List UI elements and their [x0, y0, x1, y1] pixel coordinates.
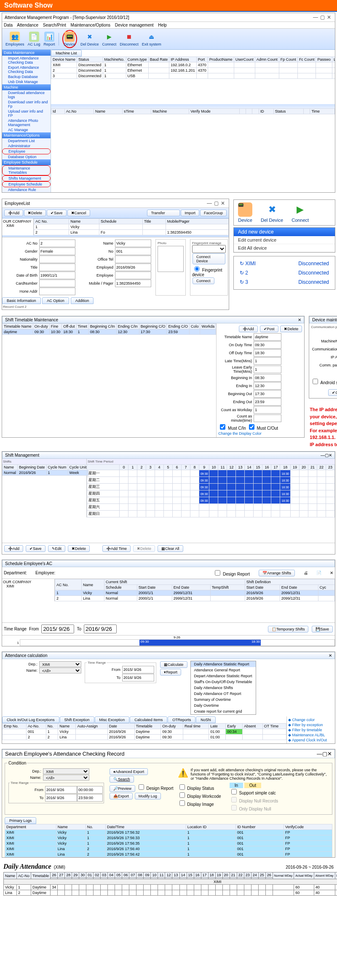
sm-del[interactable]: ✖ Delete — [68, 545, 90, 552]
s-from-t[interactable] — [77, 786, 103, 794]
s-ssc[interactable]: Support simple calc — [230, 791, 276, 795]
calc-name[interactable]: <All> — [39, 668, 81, 673]
sm-edit[interactable]: ✎ Edit — [48, 545, 66, 552]
max-icon[interactable]: ▢ — [322, 751, 327, 757]
s-export[interactable]: 📤 Export — [110, 793, 133, 800]
side-timetable[interactable]: Maintenance Timetables — [2, 165, 51, 175]
side-dboption[interactable]: Database Option — [2, 154, 51, 159]
emp-tree[interactable]: OUR COMPANY XIMI — [2, 218, 34, 235]
side-empsched[interactable]: Employee Schedule — [2, 181, 51, 187]
tt-del[interactable]: ✖ Delete — [280, 326, 302, 332]
sm-clearall[interactable]: ▦ Clear All — [158, 545, 183, 552]
calc-side[interactable]: ◆ Change color◆ Filter by exception◆ Fil… — [286, 716, 335, 743]
s-grid[interactable]: DepartmentNameNo.Date/TimeLocation IDID … — [5, 824, 332, 857]
side-employee[interactable]: Employee — [2, 148, 51, 154]
dm-ok[interactable]: ✔ OK — [328, 389, 337, 396]
conn-device-btn[interactable]: Connect Device — [193, 253, 225, 264]
max-icon[interactable]: ▢ — [213, 200, 219, 206]
emp-transfer[interactable]: Transfer — [147, 210, 180, 216]
android-chk[interactable]: Android system — [311, 380, 337, 385]
max-icon[interactable]: ▢ — [319, 14, 326, 20]
side-machine-hdr[interactable]: Machine — [2, 84, 51, 90]
min-icon[interactable]: — — [317, 751, 322, 757]
menu-attendance[interactable]: Attendance — [17, 23, 38, 27]
tab-basic[interactable]: Basic Information — [2, 297, 41, 304]
calc-grid[interactable]: Emp No.Ac-No.No.NameAuto-AssignDateTimet… — [2, 723, 286, 740]
photo-box[interactable] — [158, 246, 184, 272]
sm-addtime[interactable]: ➕ Add Time — [102, 545, 131, 552]
side-acmanage[interactable]: AC Manage — [2, 127, 51, 132]
close-icon[interactable]: ✕ — [330, 571, 333, 575]
side-usb[interactable]: Usb Disk Manage — [2, 79, 51, 84]
s-ds[interactable]: Display Status — [178, 786, 214, 791]
calc-to[interactable] — [122, 674, 154, 681]
sm-add[interactable]: ➕ Add — [4, 545, 23, 552]
calc-btn[interactable]: ▦ Calculate — [160, 661, 187, 668]
tb-exit[interactable]: ⏏Exit system — [142, 32, 161, 46]
menu-maint[interactable]: Maintenance/Options — [71, 23, 111, 27]
menu-edit-all[interactable]: Edit All device — [234, 244, 335, 252]
side-sched-hdr[interactable]: Employee Schedule — [2, 159, 51, 165]
side-admin[interactable]: Administrator — [2, 143, 51, 148]
side-ul-user[interactable]: Upload user info and FP — [2, 109, 51, 118]
tb-deldevice[interactable]: ✖Del Device — [80, 32, 99, 46]
emp-facegroup[interactable]: FaceGroup — [200, 210, 227, 216]
menu-help[interactable]: Help — [158, 23, 167, 27]
sm-gantt[interactable]: 01234567891011121314151617181920212223星期… — [87, 464, 335, 517]
menu-edit-current[interactable]: Edit current device — [234, 236, 335, 244]
timetable-grid[interactable]: Timetable NameOn-dutyFineOff-dutTimetBeg… — [2, 323, 216, 335]
tb-report[interactable]: 📊Report — [44, 32, 55, 46]
side-attrule[interactable]: Attendance Rule — [2, 187, 51, 192]
export-icon[interactable]: 📄 — [316, 571, 321, 575]
tb-disconnect[interactable]: ⏹Disconnect — [120, 32, 139, 46]
s-modlog[interactable]: Modify Log — [135, 793, 161, 800]
emp-add[interactable]: ➕ Add — [4, 210, 23, 216]
s-to-t[interactable] — [77, 794, 103, 802]
s-name[interactable]: <All> — [43, 775, 89, 781]
ez-device[interactable]: 📟Device — [234, 200, 257, 225]
max-icon[interactable]: ▢ — [325, 453, 329, 458]
s-preview[interactable]: 🔎 Preview — [110, 785, 135, 792]
mustcout-chk[interactable]: Must C/Out — [247, 426, 278, 431]
tab-add[interactable]: Addition — [71, 297, 94, 304]
side-photo[interactable]: Attendance Photo Management — [2, 118, 51, 127]
side-deptlist[interactable]: Department List — [2, 138, 51, 143]
tb-device[interactable]: 📟Device — [62, 30, 78, 48]
s-to-d[interactable] — [45, 794, 77, 802]
sm-save[interactable]: ✔ Save — [26, 545, 45, 552]
sa-to[interactable] — [84, 625, 117, 633]
mustcin-chk[interactable]: Must C/In — [218, 426, 246, 431]
emp-save[interactable]: ✔ Save — [47, 210, 67, 216]
menu-search[interactable]: Search/Print — [43, 23, 66, 27]
calc-tabs[interactable]: Clock In/Out Log ExceptionsShift Excepti… — [2, 716, 286, 723]
side-datamaint-hdr[interactable]: Data Maintenance — [2, 50, 51, 56]
fp-select[interactable] — [192, 245, 226, 253]
connect-btn[interactable]: Connect — [193, 277, 214, 284]
tab-machinelist[interactable]: Machine List — [51, 50, 82, 57]
min-icon[interactable]: — — [206, 200, 213, 206]
emp-cancel[interactable]: ✖ Cancel — [67, 210, 90, 216]
sa-tree[interactable]: OUR COMPANYXIMI — [2, 579, 55, 601]
tb-employees[interactable]: 👥Employees — [5, 32, 24, 46]
close-icon[interactable]: ✕ — [329, 653, 332, 658]
change-color-link[interactable]: Change the Display Color — [218, 431, 262, 436]
side-backup[interactable]: Backup Database — [2, 74, 51, 79]
ez-deldevice[interactable]: ✖Del Device — [257, 200, 287, 225]
side-dl-user[interactable]: Download user info and Fp — [2, 100, 51, 109]
s-dep[interactable]: XIMI — [43, 768, 89, 774]
s-dr[interactable]: Design Report — [137, 786, 174, 791]
ez-connect[interactable]: ▶Connect — [287, 200, 313, 225]
calc-from[interactable] — [122, 666, 154, 673]
s-di[interactable]: Display Image — [178, 802, 214, 807]
side-maint-hdr[interactable]: Maintenance/Options — [2, 132, 51, 138]
tb-aclog[interactable]: 📄AC Log — [28, 32, 40, 46]
close-icon[interactable]: ✕ — [298, 318, 301, 322]
calc-report[interactable]: ▾ Report — [160, 669, 181, 676]
min-icon[interactable]: — — [321, 453, 325, 458]
menu-add-device[interactable]: Add new device — [234, 228, 335, 236]
emp-del[interactable]: ✖ Delete — [24, 210, 46, 216]
close-icon[interactable]: ✕ — [326, 14, 332, 20]
sm-grid[interactable]: NameBeginning DateCycle NumCycle UnitNor… — [2, 464, 88, 476]
close-icon[interactable]: ✕ — [219, 200, 226, 206]
emp-table[interactable]: AC No.NameScheduleTitleMobile/Pager1Vick… — [34, 218, 229, 235]
